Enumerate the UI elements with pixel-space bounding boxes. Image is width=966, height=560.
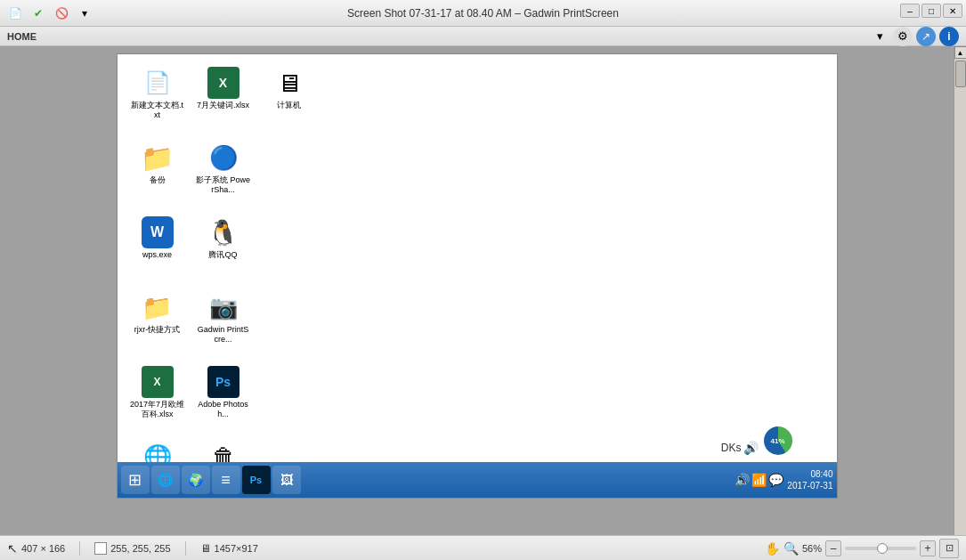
hand-icon[interactable]: ✋ <box>765 541 780 556</box>
files-button[interactable]: ≡ <box>212 466 240 494</box>
minimize-button[interactable]: – <box>900 4 920 18</box>
msg-tray-icon[interactable]: 💬 <box>768 473 783 487</box>
ribbon: HOME ▾ ⚙ ↗ i <box>0 27 966 46</box>
date-display: 2017-07-31 <box>787 480 832 491</box>
rjxr-folder-icon: 📁 <box>142 291 174 323</box>
ribbon-right-icons: ▾ ⚙ ↗ i <box>870 27 959 46</box>
fit-to-window-button[interactable]: ⊡ <box>939 539 959 558</box>
main-area: 📄 新建文本文档.txt X 7月关键词.xlsx 🖥 计算机 📁 备 <box>0 46 966 535</box>
window-controls: – □ ✕ <box>900 4 962 18</box>
inner-taskbar: ⊞ 🌐 🌍 ≡ Ps 🖼 🔊 📶 💬 08:40 <box>118 462 837 498</box>
browser-button[interactable]: 🌍 <box>182 466 210 494</box>
tray-icon1: DKs <box>721 442 742 454</box>
desktop-icon-powershader[interactable]: 🔵 影子系统 PowerSha... <box>192 138 255 209</box>
color-swatch <box>94 542 107 555</box>
system-tray: 🔊 📶 💬 <box>735 473 783 487</box>
check-button[interactable]: ✔ <box>28 4 48 23</box>
photoshop-icon: Ps <box>207 366 239 398</box>
zoom-value: 56% <box>802 543 822 554</box>
xlsx-label: 7月关键词.xlsx <box>197 101 249 110</box>
desktop-icon-computer[interactable]: 🖥 计算机 <box>258 63 321 134</box>
backup-label: 备份 <box>150 175 166 185</box>
color-value: 255, 255, 255 <box>110 543 170 554</box>
desktop-icon-wps[interactable]: W wps.exe <box>126 213 189 284</box>
zoom-out-button[interactable]: – <box>825 540 841 556</box>
desktop: 📄 新建文本文档.txt X 7月关键词.xlsx 🖥 计算机 📁 备 <box>118 54 837 498</box>
screenshot-frame: 📄 新建文本文档.txt X 7月关键词.xlsx 🖥 计算机 📁 备 <box>117 53 838 499</box>
desktop-icon-txt[interactable]: 📄 新建文本文档.txt <box>126 63 189 134</box>
task-clock: 08:40 2017-07-31 <box>787 468 832 491</box>
battery-percent: 41% <box>770 437 784 445</box>
window-title: Screen Shot 07-31-17 at 08.40 AM – Gadwi… <box>347 7 619 20</box>
title-bar: 📄 ✔ 🚫 ▾ Screen Shot 07-31-17 at 08.40 AM… <box>0 0 966 27</box>
scroll-up-arrow[interactable]: ▲ <box>954 46 967 59</box>
backup-folder-icon: 📁 <box>142 142 174 174</box>
zoom-slider[interactable] <box>845 547 916 550</box>
tray-icon2: 🔊 <box>743 441 759 455</box>
powershader-icon: 🔵 <box>207 142 239 174</box>
computer-icon: 🖥 <box>273 67 305 99</box>
desktop-icon-gadwin[interactable]: 📷 Gadwin PrintScre... <box>192 288 255 359</box>
xlsx-icon: X <box>207 67 239 99</box>
wps-label: wps.exe <box>142 250 172 260</box>
wps-icon: W <box>142 216 174 248</box>
color-area: 255, 255, 255 <box>94 542 170 555</box>
desktop-icon-grid: 📄 新建文本文档.txt X 7月关键词.xlsx 🖥 计算机 📁 备 <box>118 54 329 499</box>
dropdown-arrow-button[interactable]: ▾ <box>870 27 889 46</box>
zoom-control: ✋ 🔍 56% – + ⊡ <box>765 539 959 558</box>
new-doc-button[interactable]: 📄 <box>5 4 25 23</box>
sep2 <box>185 541 186 556</box>
desktop-icon-qq[interactable]: 🐧 腾讯QQ <box>192 213 255 284</box>
taskbar-right: 🔊 📶 💬 08:40 2017-07-31 <box>735 468 832 491</box>
speaker-tray-icon[interactable]: 🔊 <box>735 473 750 487</box>
tray-area: DKs 🔊 <box>721 441 759 455</box>
desktop-icon-excel2[interactable]: X 2017年7月欧维百科.xlsx <box>126 362 189 434</box>
txt-file-icon: 📄 <box>142 67 174 99</box>
share-button[interactable]: ↗ <box>916 27 936 46</box>
computer-label: 计算机 <box>277 101 301 110</box>
powershader-label: 影子系统 PowerSha... <box>196 175 251 195</box>
cursor-icon: ↖ <box>7 541 18 556</box>
settings-button[interactable]: ⚙ <box>893 27 913 46</box>
excel2-icon: X <box>142 366 174 398</box>
ps-taskbar-button[interactable]: Ps <box>242 466 271 494</box>
screen-size-area: 🖥 1457×917 <box>200 542 258 555</box>
statusbar: ↖ 407 × 166 255, 255, 255 🖥 1457×917 ✋ 🔍… <box>0 535 966 560</box>
zoom-thumb[interactable] <box>877 543 888 554</box>
desktop-icon-photoshop[interactable]: Ps Adobe Photosh... <box>192 362 255 434</box>
battery-indicator: 41% <box>764 426 792 455</box>
txt-label: 新建文本文档.txt <box>130 101 185 120</box>
dropdown-button[interactable]: ▾ <box>75 4 94 23</box>
screen-icon: 🖥 <box>200 542 211 555</box>
vertical-scrollbar[interactable]: ▲ <box>954 46 966 535</box>
start-button[interactable]: ⊞ <box>121 466 150 494</box>
desktop-icon-backup[interactable]: 📁 备份 <box>126 138 189 209</box>
gadwin-label: Gadwin PrintScre... <box>196 325 251 345</box>
time-display: 08:40 <box>787 468 832 480</box>
info-button[interactable]: i <box>939 27 959 46</box>
cancel-button[interactable]: 🚫 <box>52 4 71 23</box>
desktop-icon-rjxr[interactable]: 📁 rjxr-快捷方式 <box>126 288 189 359</box>
dimensions-label: 407 × 166 <box>21 543 65 554</box>
close-button[interactable]: ✕ <box>943 4 962 18</box>
desktop-icon-xlsx[interactable]: X 7月关键词.xlsx <box>192 63 255 134</box>
ie-button[interactable]: 🌐 <box>151 466 180 494</box>
magnify-icon[interactable]: 🔍 <box>783 541 799 556</box>
wifi-tray-icon[interactable]: 📶 <box>751 473 767 487</box>
gadwin-camera-icon: 📷 <box>207 291 239 323</box>
photoshop-label: Adobe Photosh... <box>196 400 251 419</box>
excel2-label: 2017年7月欧维百科.xlsx <box>130 400 185 419</box>
battery-circle-icon: 41% <box>764 426 792 455</box>
rjxr-label: rjxr-快捷方式 <box>134 325 181 335</box>
cursor-icon-area: ↖ 407 × 166 <box>7 541 65 556</box>
qq-label: 腾讯QQ <box>208 250 237 260</box>
zoom-in-button[interactable]: + <box>920 540 936 556</box>
sep1 <box>79 541 80 556</box>
maximize-button[interactable]: □ <box>921 4 941 18</box>
qq-icon: 🐧 <box>207 216 239 248</box>
photo-button[interactable]: 🖼 <box>272 466 301 494</box>
home-label: HOME <box>7 31 37 42</box>
canvas-area: 📄 新建文本文档.txt X 7月关键词.xlsx 🖥 计算机 📁 备 <box>0 46 954 535</box>
scroll-thumb[interactable] <box>955 61 966 87</box>
screen-size-label: 1457×917 <box>215 543 258 554</box>
